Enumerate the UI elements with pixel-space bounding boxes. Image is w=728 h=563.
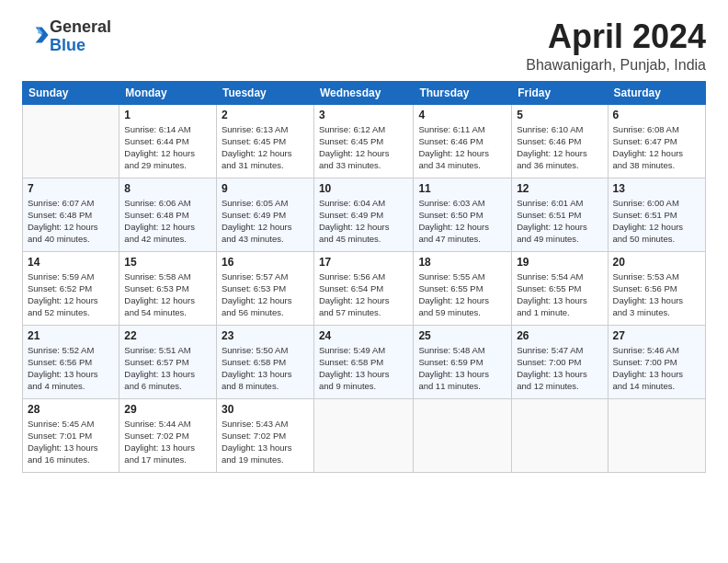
day-number: 5 <box>517 109 602 121</box>
table-row: 8Sunrise: 6:06 AM Sunset: 6:48 PM Daylig… <box>119 178 217 251</box>
day-number: 10 <box>319 182 408 195</box>
day-number: 25 <box>418 329 506 342</box>
day-number: 21 <box>28 329 114 342</box>
day-info: Sunrise: 5:46 AM Sunset: 7:00 PM Dayligh… <box>613 344 700 393</box>
day-number: 28 <box>28 403 114 416</box>
day-info: Sunrise: 5:44 AM Sunset: 7:02 PM Dayligh… <box>124 418 211 466</box>
table-row: 18Sunrise: 5:55 AM Sunset: 6:55 PM Dayli… <box>414 251 512 325</box>
day-number: 3 <box>319 109 408 121</box>
table-row: 30Sunrise: 5:43 AM Sunset: 7:02 PM Dayli… <box>216 398 313 472</box>
table-row: 9Sunrise: 6:05 AM Sunset: 6:49 PM Daylig… <box>216 178 313 251</box>
day-info: Sunrise: 5:47 AM Sunset: 7:00 PM Dayligh… <box>517 344 602 393</box>
table-row: 3Sunrise: 6:12 AM Sunset: 6:45 PM Daylig… <box>313 104 413 178</box>
title-block: April 2024 Bhawanigarh, Punjab, India <box>526 18 706 74</box>
table-row: 17Sunrise: 5:56 AM Sunset: 6:54 PM Dayli… <box>313 251 413 325</box>
table-row: 25Sunrise: 5:48 AM Sunset: 6:59 PM Dayli… <box>414 325 512 398</box>
day-info: Sunrise: 5:55 AM Sunset: 6:55 PM Dayligh… <box>418 270 506 319</box>
logo: General Blue <box>22 18 111 55</box>
table-row: 5Sunrise: 6:10 AM Sunset: 6:46 PM Daylig… <box>512 104 608 178</box>
table-row: 1Sunrise: 6:14 AM Sunset: 6:44 PM Daylig… <box>119 104 217 178</box>
calendar-week-row: 28Sunrise: 5:45 AM Sunset: 7:01 PM Dayli… <box>23 398 706 472</box>
calendar: Sunday Monday Tuesday Wednesday Thursday… <box>22 81 706 473</box>
day-number: 26 <box>517 329 602 342</box>
table-row: 27Sunrise: 5:46 AM Sunset: 7:00 PM Dayli… <box>608 325 705 398</box>
table-row: 14Sunrise: 5:59 AM Sunset: 6:52 PM Dayli… <box>23 251 119 325</box>
page: General Blue April 2024 Bhawanigarh, Pun… <box>0 0 728 482</box>
day-info: Sunrise: 6:01 AM Sunset: 6:51 PM Dayligh… <box>517 197 602 246</box>
day-info: Sunrise: 6:05 AM Sunset: 6:49 PM Dayligh… <box>222 197 309 246</box>
day-number: 12 <box>517 182 602 195</box>
table-row: 11Sunrise: 6:03 AM Sunset: 6:50 PM Dayli… <box>414 178 512 251</box>
day-number: 29 <box>124 403 211 416</box>
col-monday: Monday <box>119 81 217 104</box>
col-wednesday: Wednesday <box>313 81 413 104</box>
day-number: 23 <box>222 329 309 342</box>
day-number: 17 <box>319 256 408 269</box>
table-row: 29Sunrise: 5:44 AM Sunset: 7:02 PM Dayli… <box>119 398 217 472</box>
col-thursday: Thursday <box>414 81 512 104</box>
table-row <box>414 398 512 472</box>
day-info: Sunrise: 5:51 AM Sunset: 6:57 PM Dayligh… <box>124 344 211 393</box>
day-number: 4 <box>418 109 506 121</box>
day-info: Sunrise: 6:10 AM Sunset: 6:46 PM Dayligh… <box>517 123 602 172</box>
logo-blue: Blue <box>50 36 85 54</box>
day-info: Sunrise: 5:49 AM Sunset: 6:58 PM Dayligh… <box>319 344 408 393</box>
table-row <box>608 398 705 472</box>
table-row: 13Sunrise: 6:00 AM Sunset: 6:51 PM Dayli… <box>608 178 705 251</box>
day-number: 11 <box>418 182 506 195</box>
day-number: 30 <box>222 403 309 416</box>
day-info: Sunrise: 5:59 AM Sunset: 6:52 PM Dayligh… <box>28 270 114 319</box>
day-info: Sunrise: 5:53 AM Sunset: 6:56 PM Dayligh… <box>613 270 700 319</box>
svg-marker-0 <box>36 27 49 42</box>
table-row <box>313 398 413 472</box>
day-info: Sunrise: 6:12 AM Sunset: 6:45 PM Dayligh… <box>319 123 408 172</box>
table-row: 23Sunrise: 5:50 AM Sunset: 6:58 PM Dayli… <box>216 325 313 398</box>
table-row: 26Sunrise: 5:47 AM Sunset: 7:00 PM Dayli… <box>512 325 608 398</box>
col-tuesday: Tuesday <box>216 81 313 104</box>
table-row: 12Sunrise: 6:01 AM Sunset: 6:51 PM Dayli… <box>512 178 608 251</box>
logo-general: General <box>50 17 111 36</box>
day-info: Sunrise: 5:50 AM Sunset: 6:58 PM Dayligh… <box>222 344 309 393</box>
calendar-week-row: 7Sunrise: 6:07 AM Sunset: 6:48 PM Daylig… <box>23 178 706 251</box>
location-title: Bhawanigarh, Punjab, India <box>526 57 706 74</box>
day-info: Sunrise: 5:56 AM Sunset: 6:54 PM Dayligh… <box>319 270 408 319</box>
day-number: 1 <box>124 109 211 121</box>
day-info: Sunrise: 6:13 AM Sunset: 6:45 PM Dayligh… <box>222 123 309 172</box>
day-info: Sunrise: 5:43 AM Sunset: 7:02 PM Dayligh… <box>222 418 309 466</box>
day-info: Sunrise: 6:11 AM Sunset: 6:46 PM Dayligh… <box>418 123 506 172</box>
day-info: Sunrise: 5:45 AM Sunset: 7:01 PM Dayligh… <box>28 418 114 466</box>
calendar-week-row: 21Sunrise: 5:52 AM Sunset: 6:56 PM Dayli… <box>23 325 706 398</box>
col-sunday: Sunday <box>23 81 119 104</box>
day-info: Sunrise: 6:08 AM Sunset: 6:47 PM Dayligh… <box>613 123 700 172</box>
day-number: 20 <box>613 256 700 269</box>
day-info: Sunrise: 6:03 AM Sunset: 6:50 PM Dayligh… <box>418 197 506 246</box>
day-info: Sunrise: 5:58 AM Sunset: 6:53 PM Dayligh… <box>124 270 211 319</box>
table-row: 6Sunrise: 6:08 AM Sunset: 6:47 PM Daylig… <box>608 104 705 178</box>
day-number: 14 <box>28 256 114 269</box>
table-row: 7Sunrise: 6:07 AM Sunset: 6:48 PM Daylig… <box>23 178 119 251</box>
calendar-week-row: 1Sunrise: 6:14 AM Sunset: 6:44 PM Daylig… <box>23 104 706 178</box>
day-info: Sunrise: 5:52 AM Sunset: 6:56 PM Dayligh… <box>28 344 114 393</box>
logo-text: General Blue <box>50 18 111 55</box>
table-row: 15Sunrise: 5:58 AM Sunset: 6:53 PM Dayli… <box>119 251 217 325</box>
day-info: Sunrise: 6:04 AM Sunset: 6:49 PM Dayligh… <box>319 197 408 246</box>
calendar-week-row: 14Sunrise: 5:59 AM Sunset: 6:52 PM Dayli… <box>23 251 706 325</box>
day-number: 6 <box>613 109 700 121</box>
table-row: 4Sunrise: 6:11 AM Sunset: 6:46 PM Daylig… <box>414 104 512 178</box>
table-row: 20Sunrise: 5:53 AM Sunset: 6:56 PM Dayli… <box>608 251 705 325</box>
logo-icon <box>24 22 50 48</box>
table-row: 28Sunrise: 5:45 AM Sunset: 7:01 PM Dayli… <box>23 398 119 472</box>
table-row: 19Sunrise: 5:54 AM Sunset: 6:55 PM Dayli… <box>512 251 608 325</box>
day-info: Sunrise: 6:00 AM Sunset: 6:51 PM Dayligh… <box>613 197 700 246</box>
day-info: Sunrise: 5:54 AM Sunset: 6:55 PM Dayligh… <box>517 270 602 319</box>
day-number: 9 <box>222 182 309 195</box>
day-number: 24 <box>319 329 408 342</box>
day-number: 16 <box>222 256 309 269</box>
table-row <box>512 398 608 472</box>
header: General Blue April 2024 Bhawanigarh, Pun… <box>22 18 706 74</box>
table-row <box>23 104 119 178</box>
table-row: 22Sunrise: 5:51 AM Sunset: 6:57 PM Dayli… <box>119 325 217 398</box>
table-row: 24Sunrise: 5:49 AM Sunset: 6:58 PM Dayli… <box>313 325 413 398</box>
day-info: Sunrise: 6:14 AM Sunset: 6:44 PM Dayligh… <box>124 123 211 172</box>
table-row: 16Sunrise: 5:57 AM Sunset: 6:53 PM Dayli… <box>216 251 313 325</box>
